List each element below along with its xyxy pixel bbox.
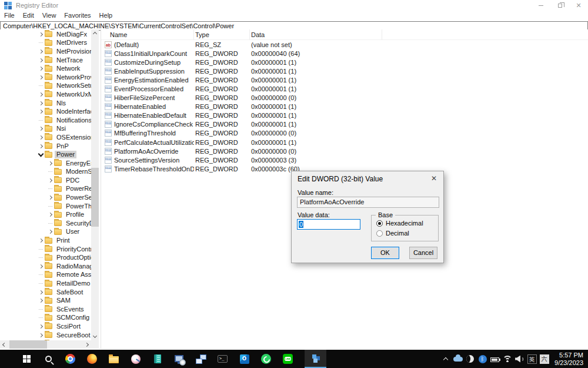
ime-mode-icon[interactable]: 六: [540, 354, 549, 364]
ime-language-icon[interactable]: 英: [527, 354, 537, 364]
tree-item-powerreque[interactable]: PowerReque: [0, 185, 91, 194]
horizontal-scroll-thumb[interactable]: [9, 340, 47, 349]
table-row-eventprocessorenabled[interactable]: 011110EventProcessorEnabledREG_DWORD0x00…: [101, 84, 588, 93]
tree-item-power[interactable]: Power: [0, 150, 91, 159]
hexadecimal-radio[interactable]: Hexadecimal: [376, 220, 423, 227]
tree-item-energyestim[interactable]: EnergyEstim: [0, 159, 91, 168]
taskbar-regedit-button[interactable]: [305, 350, 326, 368]
table-row-platformaoacoverride[interactable]: 011110PlatformAoAcOverrideREG_DWORD0x000…: [101, 147, 588, 155]
tree-collapsed-arrow-icon[interactable]: [37, 325, 45, 328]
tree-collapsed-arrow-icon[interactable]: [37, 102, 45, 105]
tree-item-nsi[interactable]: Nsi: [0, 125, 91, 134]
tree-item-netprovision[interactable]: NetProvision: [0, 47, 91, 56]
tree-collapsed-arrow-icon[interactable]: [37, 265, 45, 268]
tree-item-pdc[interactable]: PDC: [0, 176, 91, 185]
close-button[interactable]: ✕: [569, 0, 588, 11]
tree-item-networkuxmar[interactable]: NetworkUxMar: [0, 90, 91, 99]
table-row-hibernateenabled[interactable]: 011110HibernateEnabledREG_DWORD0x0000000…: [101, 102, 588, 111]
tree-item-securitydes[interactable]: SecurityDes: [0, 219, 91, 228]
tree-item-safeboot[interactable]: SafeBoot: [0, 288, 91, 297]
dialog-close-icon[interactable]: ✕: [430, 174, 438, 183]
minimize-button[interactable]: [532, 0, 550, 11]
table-row--default-[interactable]: ab(Default)REG_SZ(value not set): [101, 40, 588, 49]
tree-collapsed-arrow-icon[interactable]: [37, 93, 45, 96]
tree-expanded-arrow-icon[interactable]: [37, 153, 45, 156]
tree-item-scevents[interactable]: ScEvents: [0, 305, 91, 314]
tree-item-user[interactable]: User: [0, 228, 91, 237]
tree-vertical-scrollbar[interactable]: [91, 29, 99, 340]
tree-collapsed-arrow-icon[interactable]: [37, 50, 45, 53]
tree-item-netdiagfx[interactable]: NetDiagFx: [0, 30, 91, 39]
menu-file[interactable]: File: [0, 12, 19, 19]
value-data-input[interactable]: 0: [297, 219, 360, 230]
ok-button[interactable]: OK: [371, 247, 399, 259]
menu-help[interactable]: Help: [95, 12, 117, 19]
tree-collapsed-arrow-icon[interactable]: [37, 33, 45, 36]
menu-favorites[interactable]: Favorites: [60, 12, 95, 19]
tree-item-powerthrott[interactable]: PowerThrott: [0, 202, 91, 211]
tray-bluetooth-button[interactable]: ᛒ: [476, 350, 489, 368]
menu-view[interactable]: View: [38, 12, 61, 19]
tray-wifi-button[interactable]: [501, 350, 513, 368]
tree-item-profile[interactable]: Profile: [0, 210, 91, 219]
scroll-up-arrow[interactable]: [91, 29, 99, 37]
scroll-down-arrow[interactable]: [91, 333, 99, 340]
tree-item-secureboot[interactable]: SecureBoot: [0, 331, 91, 340]
taskbar-server-app-button[interactable]: [146, 350, 168, 368]
tree-item-notifications[interactable]: Notifications: [0, 116, 91, 125]
tree-item-retaildemo[interactable]: RetailDemo: [0, 279, 91, 288]
tree-item-networkprovid[interactable]: NetworkProvid: [0, 73, 91, 82]
column-header-type[interactable]: Type: [194, 29, 250, 40]
tree-collapsed-arrow-icon[interactable]: [37, 239, 45, 242]
tree-item-remote-assista[interactable]: Remote Assista: [0, 271, 91, 280]
tree-item-sam[interactable]: SAM: [0, 296, 91, 305]
tree-collapsed-arrow-icon[interactable]: [37, 67, 45, 70]
taskbar-chrome-button[interactable]: [59, 350, 81, 368]
taskbar-start-button[interactable]: [16, 350, 38, 368]
tree-item-radiomanagen[interactable]: RadioManagen: [0, 262, 91, 271]
tree-item-productoption[interactable]: ProductOption: [0, 253, 91, 262]
tree-item-modernslee[interactable]: ModernSlee: [0, 168, 91, 177]
tree-collapsed-arrow-icon[interactable]: [37, 127, 45, 130]
table-row-perfcalculateactualutilization[interactable]: 011110PerfCalculateActualUtilizationREG_…: [101, 138, 588, 147]
tree-item-scmconfig[interactable]: SCMConfig: [0, 314, 91, 323]
tree-collapsed-arrow-icon[interactable]: [37, 299, 45, 302]
tree-item-networksetup2[interactable]: NetworkSetup2: [0, 82, 91, 91]
tree-item-powersettin[interactable]: PowerSettin: [0, 193, 91, 202]
vertical-scroll-thumb[interactable]: [91, 168, 99, 227]
tree-item-osextensionda[interactable]: OSExtensionDa: [0, 133, 91, 142]
tree-item-prioritycontrol[interactable]: PriorityControl: [0, 245, 91, 254]
taskbar-computer-app-button[interactable]: [168, 350, 190, 368]
column-header-data[interactable]: Data: [250, 29, 382, 40]
table-row-sourcesettingsversion[interactable]: 011110SourceSettingsVersionREG_DWORD0x00…: [101, 155, 588, 164]
scroll-right-arrow[interactable]: [83, 340, 91, 349]
taskbar-line-button[interactable]: [277, 350, 299, 368]
decimal-radio[interactable]: Decimal: [376, 230, 409, 237]
tree-item-print[interactable]: Print: [0, 236, 91, 245]
table-row-energyestimationenabled[interactable]: 011110EnergyEstimationEnabledREG_DWORD0x…: [101, 75, 588, 84]
table-row-ignorecscompliancecheck[interactable]: 011110IgnoreCsComplianceCheckREG_DWORD0x…: [101, 120, 588, 129]
taskbar-remote-desktop-button[interactable]: [190, 350, 212, 368]
table-row-mfbufferingthreshold[interactable]: 011110MfBufferingThresholdREG_DWORD0x000…: [101, 129, 588, 138]
tree-item-nodeinterfaces[interactable]: NodeInterfaces: [0, 107, 91, 116]
tree-collapsed-arrow-icon[interactable]: [46, 162, 54, 165]
tree-collapsed-arrow-icon[interactable]: [46, 179, 54, 182]
taskbar-outlook-button[interactable]: [233, 350, 255, 368]
tray-battery-button[interactable]: [489, 350, 501, 368]
tray-chevron-up-button[interactable]: [439, 350, 452, 368]
taskbar-terminal-button[interactable]: [212, 350, 233, 368]
table-row-hibernateenableddefault[interactable]: 011110HibernateEnabledDefaultREG_DWORD0x…: [101, 111, 588, 120]
tree-collapsed-arrow-icon[interactable]: [37, 291, 45, 294]
cancel-button[interactable]: Cancel: [409, 247, 437, 259]
taskbar-file-explorer-button[interactable]: [103, 350, 125, 368]
table-row-customizeduringsetup[interactable]: 011110CustomizeDuringSetupREG_DWORD0x000…: [101, 58, 588, 67]
column-header-name[interactable]: Name: [101, 29, 194, 40]
table-row-class1initialunparkcount[interactable]: 011110Class1InitialUnparkCountREG_DWORD0…: [101, 49, 588, 58]
tree-item-nettrace[interactable]: NetTrace: [0, 56, 91, 65]
tree-item-scsiport[interactable]: ScsiPort: [0, 322, 91, 331]
menu-edit[interactable]: Edit: [19, 12, 38, 19]
table-row-hiberfilesizepercent[interactable]: 011110HiberFileSizePercentREG_DWORD0x000…: [101, 94, 588, 102]
tree-item-netdrivers[interactable]: NetDrivers: [0, 39, 91, 48]
taskbar-firefox-button[interactable]: [81, 350, 103, 368]
tree-item-network[interactable]: Network: [0, 64, 91, 73]
